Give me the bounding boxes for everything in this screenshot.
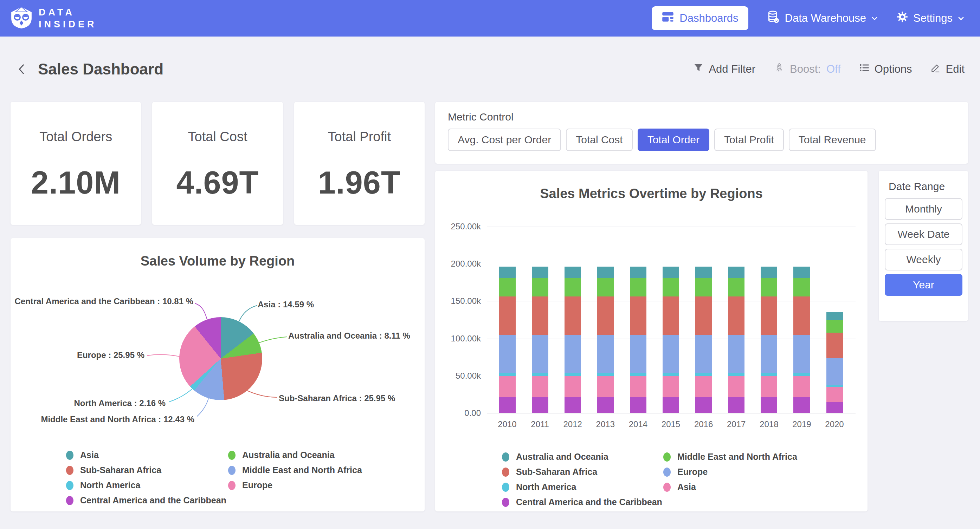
bar-segment-2017-asia[interactable]: [728, 376, 745, 397]
add-filter-button[interactable]: Add Filter: [693, 62, 756, 76]
edit-button[interactable]: Edit: [931, 62, 964, 76]
bar-segment-2014-north-america[interactable]: [630, 373, 646, 376]
bar-segment-2011-middle-east-and-north-africa[interactable]: [532, 278, 548, 297]
bar-segment-2012-asia[interactable]: [565, 376, 581, 397]
bar-segment-2020-north-america[interactable]: [826, 385, 843, 388]
bar-segment-2016-asia[interactable]: [695, 376, 712, 397]
metric-option-avg-cost-per-order[interactable]: Avg. Cost per Order: [448, 129, 561, 151]
bar-segment-2015-middle-east-and-north-africa[interactable]: [663, 278, 679, 297]
bar-segment-2012-north-america[interactable]: [565, 373, 581, 376]
legend-item-asia[interactable]: Asia: [663, 480, 797, 494]
date-range-option-weekly[interactable]: Weekly: [885, 249, 963, 270]
legend-item-asia[interactable]: Asia: [66, 448, 226, 462]
metric-option-total-order[interactable]: Total Order: [638, 129, 710, 151]
bar-segment-2017-central-america-and-the-caribbean[interactable]: [728, 397, 745, 413]
bar-segment-2012-australia-and-oceania[interactable]: [565, 267, 581, 278]
bar-segment-2017-middle-east-and-north-africa[interactable]: [728, 278, 745, 297]
legend-item-australia-and-oceania[interactable]: Australia and Oceania: [228, 448, 362, 462]
bar-segment-2017-north-america[interactable]: [728, 373, 745, 376]
bar-segment-2020-asia[interactable]: [826, 387, 843, 402]
legend-item-middle-east-and-north-africa[interactable]: Middle East and North Africa: [228, 462, 362, 478]
bar-segment-2013-australia-and-oceania[interactable]: [597, 267, 614, 278]
bar-segment-2017-europe[interactable]: [728, 335, 745, 373]
legend-item-middle-east-and-north-africa[interactable]: Middle East and North Africa: [663, 449, 797, 464]
bar-segment-2018-australia-and-oceania[interactable]: [760, 267, 777, 278]
legend-item-sub-saharan-africa[interactable]: Sub-Saharan Africa: [502, 464, 662, 480]
legend-item-europe[interactable]: Europe: [663, 464, 797, 480]
bar-segment-2017-sub-saharan-africa[interactable]: [728, 297, 745, 334]
bar-segment-2018-central-america-and-the-caribbean[interactable]: [760, 397, 777, 413]
bar-segment-2016-australia-and-oceania[interactable]: [695, 267, 712, 278]
nav-dashboards-button[interactable]: Dashboards: [652, 6, 748, 30]
bar-segment-2020-australia-and-oceania[interactable]: [826, 312, 843, 320]
bar-segment-2015-australia-and-oceania[interactable]: [663, 267, 679, 278]
bar-segment-2018-north-america[interactable]: [760, 373, 777, 376]
bar-segment-2011-central-america-and-the-caribbean[interactable]: [532, 397, 548, 413]
nav-data-warehouse[interactable]: Data Warehouse: [767, 10, 878, 26]
bar-segment-2012-middle-east-and-north-africa[interactable]: [565, 278, 581, 297]
bar-segment-2016-central-america-and-the-caribbean[interactable]: [695, 397, 712, 413]
options-button[interactable]: Options: [859, 62, 912, 76]
legend-item-europe[interactable]: Europe: [228, 478, 362, 493]
bar-segment-2015-north-america[interactable]: [663, 373, 679, 376]
bar-segment-2011-asia[interactable]: [532, 376, 548, 397]
bar-segment-2010-sub-saharan-africa[interactable]: [499, 297, 515, 334]
metric-option-total-revenue[interactable]: Total Revenue: [789, 129, 876, 151]
bar-segment-2013-north-america[interactable]: [597, 373, 614, 376]
bar-segment-2014-europe[interactable]: [630, 335, 646, 373]
legend-item-australia-and-oceania[interactable]: Australia and Oceania: [502, 449, 662, 464]
date-range-option-year[interactable]: Year: [885, 274, 963, 296]
bar-segment-2013-europe[interactable]: [597, 335, 614, 373]
brand-logo[interactable]: DATA INSIDER: [10, 6, 97, 30]
metric-option-total-profit[interactable]: Total Profit: [714, 129, 784, 151]
boost-toggle[interactable]: Boost: Off: [774, 62, 841, 76]
bar-segment-2013-central-america-and-the-caribbean[interactable]: [597, 397, 614, 413]
bar-segment-2017-australia-and-oceania[interactable]: [728, 267, 745, 278]
bar-segment-2013-middle-east-and-north-africa[interactable]: [597, 278, 614, 297]
bar-segment-2010-australia-and-oceania[interactable]: [499, 267, 515, 278]
bar-segment-2020-europe[interactable]: [826, 358, 843, 385]
bar-segment-2010-asia[interactable]: [499, 376, 515, 397]
bar-segment-2020-sub-saharan-africa[interactable]: [826, 333, 843, 358]
bar-segment-2018-asia[interactable]: [760, 376, 777, 397]
bar-segment-2014-australia-and-oceania[interactable]: [630, 267, 646, 278]
bar-segment-2013-asia[interactable]: [597, 376, 614, 397]
bar-segment-2010-central-america-and-the-caribbean[interactable]: [499, 397, 515, 413]
bar-segment-2016-north-america[interactable]: [695, 373, 712, 376]
date-range-option-monthly[interactable]: Monthly: [885, 198, 963, 220]
bar-segment-2015-central-america-and-the-caribbean[interactable]: [663, 397, 679, 413]
legend-item-central-america-and-the-caribbean[interactable]: Central America and the Caribbean: [66, 493, 226, 508]
bar-segment-2019-asia[interactable]: [793, 376, 810, 397]
date-range-option-week-date[interactable]: Week Date: [885, 223, 963, 245]
bar-segment-2019-middle-east-and-north-africa[interactable]: [793, 278, 810, 297]
legend-item-north-america[interactable]: North America: [66, 478, 226, 493]
bar-segment-2012-europe[interactable]: [565, 335, 581, 373]
metric-option-total-cost[interactable]: Total Cost: [566, 129, 632, 151]
bar-segment-2019-europe[interactable]: [793, 335, 810, 373]
bar-segment-2019-sub-saharan-africa[interactable]: [793, 297, 810, 334]
bar-segment-2013-sub-saharan-africa[interactable]: [597, 297, 614, 334]
bar-segment-2019-central-america-and-the-caribbean[interactable]: [793, 397, 810, 413]
pie-chart[interactable]: [179, 317, 262, 400]
bar-segment-2011-australia-and-oceania[interactable]: [532, 267, 548, 278]
bar-segment-2015-europe[interactable]: [663, 335, 679, 373]
bar-segment-2010-middle-east-and-north-africa[interactable]: [499, 278, 515, 297]
bar-segment-2016-sub-saharan-africa[interactable]: [695, 297, 712, 334]
bar-segment-2012-sub-saharan-africa[interactable]: [565, 297, 581, 334]
legend-item-sub-saharan-africa[interactable]: Sub-Saharan Africa: [66, 462, 226, 478]
bar-segment-2015-asia[interactable]: [663, 376, 679, 397]
bar-segment-2011-europe[interactable]: [532, 335, 548, 373]
bar-segment-2012-central-america-and-the-caribbean[interactable]: [565, 397, 581, 413]
legend-item-central-america-and-the-caribbean[interactable]: Central America and the Caribbean: [502, 494, 662, 510]
bar-segment-2020-middle-east-and-north-africa[interactable]: [826, 320, 843, 333]
bar-segment-2014-asia[interactable]: [630, 376, 646, 397]
bar-segment-2020-central-america-and-the-caribbean[interactable]: [826, 402, 843, 413]
legend-item-north-america[interactable]: North America: [502, 480, 662, 494]
bar-segment-2011-north-america[interactable]: [532, 373, 548, 376]
bar-segment-2019-australia-and-oceania[interactable]: [793, 267, 810, 278]
back-button[interactable]: [14, 62, 30, 77]
bar-segment-2019-north-america[interactable]: [793, 373, 810, 376]
bar-segment-2014-middle-east-and-north-africa[interactable]: [630, 278, 646, 297]
bar-segment-2014-sub-saharan-africa[interactable]: [630, 297, 646, 334]
bar-segment-2011-sub-saharan-africa[interactable]: [532, 297, 548, 334]
